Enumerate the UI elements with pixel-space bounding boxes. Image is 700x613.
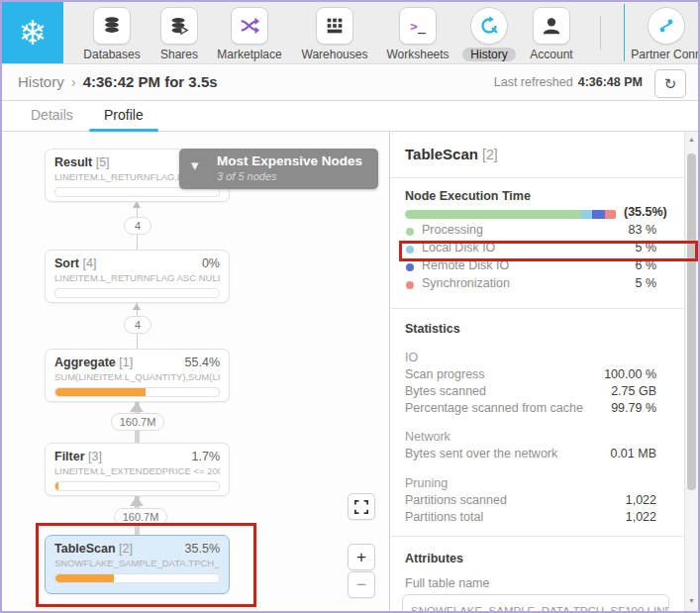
nav-label: Worksheets (386, 48, 449, 61)
minus-icon: − (356, 575, 366, 595)
page-header: History›4:36:42 PM for 3.5s Last refresh… (2, 64, 698, 101)
tab-bar: Details Profile (2, 101, 698, 132)
scroll-down-arrow[interactable]: ▼ (685, 597, 698, 604)
node-detail-panel: TableScan [2] Node Execution Time (35.5%… (390, 132, 684, 611)
query-profile-canvas: 4 4 160.7M 160.7M Result [5] LINEITEM.L_… (2, 132, 389, 611)
most-expensive-nodes-dropdown[interactable]: ▾ Most Expensive Nodes 3 of 5 nodes (179, 149, 378, 189)
edge-arrow (130, 496, 144, 506)
plus-icon: + (356, 548, 366, 567)
refresh-button[interactable]: ↻ (654, 69, 686, 98)
breadcrumb-separator: › (71, 73, 76, 90)
legend-label: Synchronization (422, 276, 510, 290)
nav-item-partner-connect[interactable]: Partner Conn (625, 7, 700, 62)
node-progress-bar (54, 288, 220, 298)
tab-details[interactable]: Details (31, 107, 73, 123)
node-progress-bar (54, 481, 220, 491)
history-icon (477, 14, 501, 38)
nav-label: Warehouses (302, 48, 368, 61)
stats-group-pruning: Pruning (405, 476, 448, 490)
top-nav: ❄ Databases Shares Marketplace Warehouse… (2, 2, 698, 64)
execution-time-heading: Node Execution Time (405, 189, 531, 203)
legend-dot-remote-disk-io (406, 263, 414, 271)
dag-node-tablescan[interactable]: TableScan [2]35.5% SNOWFLAKE_SAMPLE_DATA… (45, 535, 230, 594)
full-table-name-label: Full table name (405, 576, 489, 590)
stats-group-network: Network (405, 430, 450, 444)
bar-segment-processing (405, 210, 581, 219)
node-progress-bar (54, 573, 220, 583)
breadcrumb-query-time: 4:36:42 PM for 3.5s (83, 73, 218, 90)
snowflake-app-window: ❄ Databases Shares Marketplace Warehouse… (0, 0, 700, 613)
nav-divider (600, 16, 601, 50)
dag-node-filter[interactable]: Filter [3]1.7% LINEITEM.L_EXTENDEDPRICE … (45, 443, 230, 496)
bar-segment-remote-disk-io (592, 210, 605, 219)
scrollbar-thumb[interactable] (687, 153, 696, 490)
detail-panel-title: TableScan [2] (405, 146, 498, 162)
bar-segment-local-disk-io (581, 210, 592, 219)
snowflake-icon: ❄ (19, 16, 48, 50)
warehouses-icon (324, 15, 346, 37)
edge-arrow (133, 201, 141, 208)
breadcrumb: History›4:36:42 PM for 3.5s (18, 73, 218, 90)
nav-label: Marketplace (217, 48, 281, 61)
dag-node-aggregate[interactable]: Aggregate [1]55.4% SUM(LINEITEM.L_QUANTI… (45, 349, 230, 402)
legend-dot-processing (406, 228, 414, 236)
node-detail: LINEITEM.L_EXTENDEDPRICE <= 20000 (54, 465, 220, 476)
bar-segment-synchronization (605, 210, 616, 219)
node-detail: SUM(LINEITEM.L_QUANTITY),SUM(LINEIT... (54, 371, 220, 382)
attributes-heading: Attributes (405, 552, 463, 565)
nav-label: Shares (160, 48, 198, 61)
nav-label: History (462, 48, 515, 61)
refresh-icon: ↻ (664, 75, 677, 93)
edge-rowcount-label: 160.7M (114, 508, 167, 526)
edge-arrow (130, 402, 144, 412)
execution-time-bar (405, 210, 618, 219)
account-icon (541, 15, 562, 37)
most-expensive-nodes-subtitle: 3 of 5 nodes (217, 170, 277, 182)
statistics-heading: Statistics (405, 322, 460, 336)
detail-panel-scrollbar[interactable]: ▲ ▼ (684, 132, 698, 611)
legend-value: 6 % (635, 258, 656, 272)
edge-arrow (133, 303, 141, 310)
partner-connect-icon (654, 14, 678, 38)
scroll-up-arrow[interactable]: ▲ (685, 136, 698, 143)
node-detail: LINEITEM.L_RETURNFLAG ASC NULLS LA... (54, 272, 220, 283)
legend-label: Remote Disk IO (422, 258, 509, 272)
nav-item-account[interactable]: Account (510, 7, 593, 62)
breadcrumb-history-link[interactable]: History (18, 73, 64, 90)
shares-icon (168, 15, 190, 37)
legend-label: Processing (422, 223, 483, 237)
dag-node-sort[interactable]: Sort [4]0% LINEITEM.L_RETURNFLAG ASC NUL… (45, 250, 230, 303)
most-expensive-nodes-title: Most Expensive Nodes (217, 153, 362, 168)
node-detail: SNOWFLAKE_SAMPLE_DATA.TPCH_SF100.... (54, 558, 220, 568)
legend-value: 5 % (635, 276, 656, 290)
legend-dot-local-disk-io (406, 246, 414, 254)
last-refreshed-time: 4:36:48 PM (578, 75, 643, 89)
execution-total-pct: (35.5%) (624, 205, 667, 219)
tab-profile[interactable]: Profile (104, 107, 144, 123)
last-refreshed: Last refreshed4:36:48 PM (494, 75, 643, 89)
edge-rowcount-label: 160.7M (111, 413, 164, 431)
chevron-down-icon: ▾ (191, 156, 199, 174)
edge-rowcount-label: 4 (124, 217, 151, 235)
nav-label: Databases (83, 48, 140, 61)
fullscreen-icon (354, 500, 368, 514)
worksheets-icon: >_ (410, 19, 426, 34)
legend-dot-synchronization (406, 281, 414, 289)
zoom-in-button[interactable]: + (348, 544, 375, 570)
nav-item-warehouses[interactable]: Warehouses (293, 7, 376, 62)
stats-group-io: IO (405, 351, 418, 364)
legend-label: Local Disk IO (422, 241, 495, 255)
fit-to-screen-button[interactable] (348, 493, 375, 520)
nav-item-marketplace[interactable]: Marketplace (208, 7, 291, 62)
nav-label: Account (530, 48, 572, 61)
legend-value: 83 % (629, 223, 657, 237)
legend-value: 5 % (635, 241, 656, 255)
edge-rowcount-label: 4 (124, 316, 151, 334)
full-table-name-value: SNOWFLAKE_SAMPLE_DATA.TPCH_SF100.LINEITE… (402, 594, 669, 611)
databases-icon (101, 15, 123, 37)
snowflake-logo[interactable]: ❄ (2, 2, 63, 63)
node-progress-bar (54, 387, 220, 397)
nav-label: Partner Conn (631, 48, 700, 61)
marketplace-icon (239, 15, 260, 37)
zoom-out-button[interactable]: − (348, 571, 375, 598)
